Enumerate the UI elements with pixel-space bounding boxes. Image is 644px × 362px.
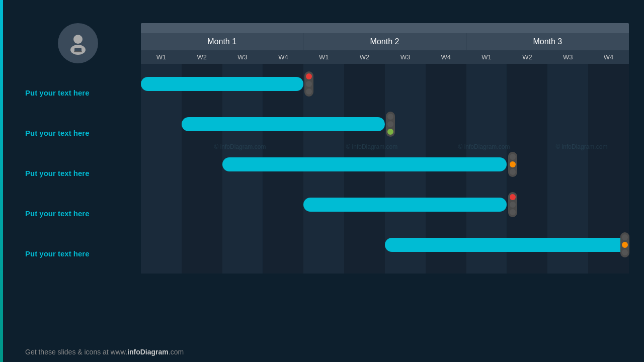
traffic-light-amber — [387, 121, 393, 127]
svg-rect-2 — [74, 48, 82, 52]
week-cell: W4 — [263, 50, 304, 64]
traffic-light-red — [622, 234, 628, 240]
traffic-light-body — [386, 112, 395, 137]
row-label: Put your text here — [25, 153, 131, 193]
row-labels: Put your text herePut your text herePut … — [25, 72, 131, 274]
traffic-light-green — [387, 129, 393, 135]
week-cell: W1 — [303, 50, 344, 64]
traffic-light-green — [510, 169, 516, 175]
gantt-rows — [141, 64, 629, 265]
traffic-light-red — [510, 154, 516, 160]
traffic-light — [508, 192, 517, 217]
week-cell: W1 — [466, 50, 507, 64]
traffic-light-red — [387, 114, 393, 120]
footer: Get these slides & icons at www.infoDiag… — [25, 348, 629, 356]
row-label: Put your text here — [25, 193, 131, 233]
gantt-grid: Month 1Month 2Month 3 W1W2W3W4W1W2W3W4W1… — [141, 23, 629, 274]
traffic-light-green — [622, 249, 628, 255]
traffic-light-green — [306, 88, 312, 95]
svg-point-0 — [73, 35, 83, 44]
traffic-light-body — [304, 71, 313, 97]
gantt-row — [141, 144, 629, 185]
header — [0, 0, 644, 18]
week-cell: W1 — [141, 50, 182, 64]
week-cell: W3 — [385, 50, 426, 64]
traffic-light-amber — [622, 242, 628, 248]
quarter-header — [141, 23, 629, 33]
footer-text: Get these slides & icons at www.infoDiag… — [25, 348, 184, 356]
row-label: Put your text here — [25, 72, 131, 113]
gantt-row — [141, 225, 629, 265]
gantt-bar — [141, 77, 303, 91]
traffic-light — [620, 232, 629, 257]
traffic-light-body — [508, 152, 517, 177]
traffic-light-amber — [306, 81, 312, 87]
gantt-row — [141, 104, 629, 144]
traffic-light-red — [510, 194, 516, 200]
traffic-light-red — [306, 73, 312, 79]
traffic-light-green — [510, 209, 516, 215]
week-cell: W4 — [426, 50, 466, 64]
months-header: Month 1Month 2Month 3 — [141, 33, 629, 50]
accent-bar — [0, 0, 3, 362]
gantt-body: © infoDiagram.com© infoDiagram.com© info… — [141, 64, 629, 274]
gantt-bar — [303, 198, 507, 212]
week-cell: W2 — [182, 50, 222, 64]
traffic-light — [386, 112, 395, 137]
week-cell: W3 — [222, 50, 263, 64]
gantt-row — [141, 185, 629, 225]
week-cell: W3 — [547, 50, 588, 64]
row-label: Put your text here — [25, 233, 131, 274]
gantt-bar — [222, 157, 507, 171]
footer-brand: infoDiagram — [127, 348, 169, 356]
traffic-light — [304, 71, 313, 97]
gantt-bar — [182, 117, 385, 131]
avatar — [58, 23, 98, 63]
week-cell: W2 — [344, 50, 385, 64]
row-label: Put your text here — [25, 113, 131, 153]
traffic-light — [508, 152, 517, 177]
weeks-header: W1W2W3W4W1W2W3W4W1W2W3W4 — [141, 50, 629, 64]
month-cell: Month 2 — [303, 33, 466, 50]
svg-rect-3 — [74, 51, 82, 52]
month-cell: Month 1 — [141, 33, 303, 50]
gantt-bar — [385, 238, 629, 252]
traffic-light-amber — [510, 161, 516, 167]
month-cell: Month 3 — [466, 33, 629, 50]
traffic-light-body — [508, 192, 517, 217]
gantt-row — [141, 64, 629, 104]
traffic-light-body — [620, 232, 629, 257]
week-cell: W2 — [507, 50, 548, 64]
traffic-light-amber — [510, 202, 516, 208]
left-column: Put your text herePut your text herePut … — [25, 23, 131, 274]
main-content: Put your text herePut your text herePut … — [0, 18, 644, 274]
week-cell: W4 — [588, 50, 629, 64]
